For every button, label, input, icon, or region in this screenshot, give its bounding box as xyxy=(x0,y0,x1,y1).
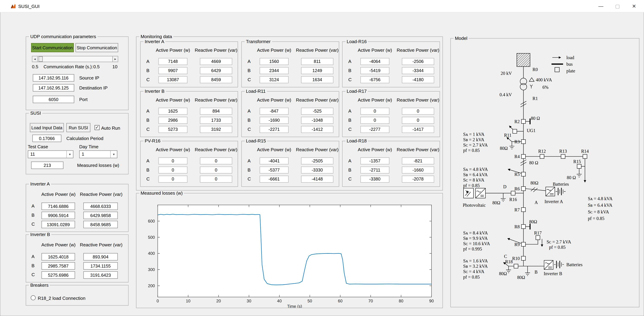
inverter-a-reactive-a[interactable] xyxy=(83,203,118,210)
panel-title: Load-R15 xyxy=(244,138,267,144)
phase-label: A xyxy=(248,59,251,64)
node-r3 xyxy=(522,140,526,144)
load-input-data-button[interactable]: Load Input Data xyxy=(30,123,64,132)
day-time-dropdown[interactable]: 1 ▼ xyxy=(79,150,117,158)
slider-right-arrow[interactable]: ► xyxy=(112,56,118,62)
node-r5 xyxy=(522,172,526,176)
breakers-panel: Breakers R18_2 load Connection xyxy=(26,285,128,306)
test-case-dropdown[interactable]: 11 ▼ xyxy=(28,150,73,158)
reactive-value: 8459 xyxy=(200,76,232,83)
ohm-bus-label: 80 Ω xyxy=(529,160,538,165)
col-header-active: Active Power (w) xyxy=(42,242,76,247)
monitoring-panel: Monitoring data Inverter A Active Power … xyxy=(136,36,443,190)
r5-label: R5 xyxy=(514,172,520,177)
maximize-button[interactable]: ▢ xyxy=(609,0,626,12)
inverter-a-active-b[interactable] xyxy=(42,212,75,219)
col-header-reactive: Reactive Power (var) xyxy=(80,242,122,247)
rate-label: Communication Rate (s.): xyxy=(44,64,93,69)
active-value: 5273 xyxy=(158,126,188,133)
stop-communication-button[interactable]: Stop Communication xyxy=(76,43,118,52)
panel-title: UDP communication parameters xyxy=(29,34,97,39)
r18-2-load-radio[interactable] xyxy=(31,295,36,300)
svg-text:90: 90 xyxy=(429,299,434,303)
measured-losses-label: Measured losses (w) xyxy=(77,163,119,168)
node-r16 xyxy=(511,191,515,195)
app-window: SUSI_GUI — ▢ ✕ UDP communication paramet… xyxy=(0,0,644,316)
inverter-a-reactive-c[interactable] xyxy=(83,221,118,228)
svg-text:30: 30 xyxy=(247,299,251,303)
panel-title: Inverter B xyxy=(29,232,51,237)
s2c-label: Sᴄ = 8 kVA xyxy=(463,177,484,182)
calculation-period-input[interactable] xyxy=(32,135,61,142)
s6pf-label: pf = 0.85 xyxy=(463,275,480,280)
node-r2 xyxy=(522,119,526,124)
ohm-r3-label: 80Ω xyxy=(500,146,508,151)
inverter-b-reactive-a[interactable] xyxy=(83,253,118,261)
panel-title: SUSI xyxy=(29,111,42,116)
phase-label: A xyxy=(146,108,150,113)
svg-text:60: 60 xyxy=(338,299,343,303)
inverter-b-active-b[interactable] xyxy=(42,262,75,270)
s6c-label: Sᴄ = 4 kVA xyxy=(463,269,484,274)
reactive-value: 0 xyxy=(402,117,434,124)
phase-label: B xyxy=(146,167,150,172)
phase-label: A xyxy=(146,158,150,163)
slider-thumb[interactable] xyxy=(38,56,43,62)
start-communication-button[interactable]: Start Communication xyxy=(31,43,74,52)
calculation-period-label: Calculation Period xyxy=(66,136,103,141)
reactive-value: 3192 xyxy=(200,126,232,133)
day-time-value: 1 xyxy=(82,152,84,157)
svg-text:70: 70 xyxy=(368,299,373,303)
destination-ip-input[interactable] xyxy=(33,84,74,92)
r15-label: R15 xyxy=(574,159,581,164)
s4pf-label: pf = 0.995 xyxy=(463,247,482,252)
inverter-b-reactive-b[interactable] xyxy=(83,262,118,270)
active-value: 3124 xyxy=(260,76,288,83)
run-susi-button[interactable]: Run SUSI xyxy=(66,123,90,132)
phase-label: A xyxy=(248,158,251,163)
phase-label: A xyxy=(32,254,35,259)
pv-inverter-icon xyxy=(476,188,485,198)
inverter-b-active-c[interactable] xyxy=(42,271,75,279)
monitor-panel-load-r15: Load-R15 Active Power (w) Reactive Power… xyxy=(241,141,339,187)
col-header-reactive: Reactive Power (var) xyxy=(296,48,339,53)
inverter-a-active-a[interactable] xyxy=(42,203,75,210)
inverter-a-active-c[interactable] xyxy=(42,221,75,228)
measured-losses-input[interactable] xyxy=(31,161,63,169)
phase-label: C xyxy=(32,272,35,277)
legend-plate-icon xyxy=(555,67,559,72)
auto-run-checkbox[interactable]: ✓ xyxy=(94,125,100,130)
panel-title: Inverter B xyxy=(144,89,166,94)
reactive-value: 1249 xyxy=(301,67,333,74)
inverter-b-active-a[interactable] xyxy=(42,253,75,261)
b-label: B xyxy=(534,270,538,275)
minimize-button[interactable]: — xyxy=(592,0,609,12)
phase-label: B xyxy=(32,263,35,268)
active-value: 1560 xyxy=(260,58,288,65)
slider-left-arrow[interactable]: ◄ xyxy=(32,56,38,62)
reactive-value: 1733 xyxy=(200,117,232,124)
reactive-value: 0 xyxy=(200,166,232,174)
port-label: Port xyxy=(79,97,88,102)
phase-label: C xyxy=(348,127,352,132)
reactive-value: 6429 xyxy=(200,67,232,74)
s4a-label: Sᴀ = 8.4 kVA xyxy=(463,230,488,235)
source-ip-input[interactable] xyxy=(33,74,74,82)
comm-rate-slider[interactable]: ◄ ► xyxy=(32,56,118,62)
kv04-label: 0.4 kV xyxy=(500,92,512,97)
port-input[interactable] xyxy=(33,96,74,103)
monitor-panel-load-r16: Load-R16 Active Power (w) Reactive Power… xyxy=(342,41,440,87)
svg-text:Time (s): Time (s) xyxy=(287,304,302,308)
close-button[interactable]: ✕ xyxy=(626,0,642,12)
inverter-b-reactive-c[interactable] xyxy=(83,271,118,279)
panel-title: Inverter A xyxy=(29,181,51,187)
col-header-reactive: Reactive Power (var) xyxy=(296,97,339,102)
inverter-a-panel: Inverter A Active Power (w) Reactive Pow… xyxy=(26,184,128,232)
active-value: -5377 xyxy=(260,166,288,174)
active-value: 7148 xyxy=(158,58,188,65)
col-header-reactive: Reactive Power (var) xyxy=(80,192,122,197)
panel-title: PV-R16 xyxy=(144,138,162,144)
chevron-down-icon: ▼ xyxy=(110,151,117,158)
inverter-a-reactive-b[interactable] xyxy=(83,212,118,219)
source-ip-label: Source IP xyxy=(79,75,99,80)
